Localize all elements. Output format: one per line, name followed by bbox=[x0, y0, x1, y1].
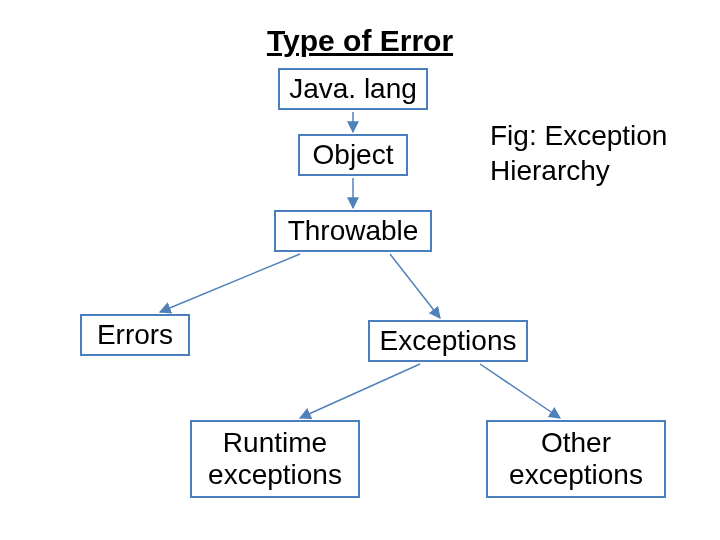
figure-caption: Fig: Exception Hierarchy bbox=[490, 118, 690, 188]
node-exceptions: Exceptions bbox=[368, 320, 528, 362]
node-other-exceptions: Other exceptions bbox=[486, 420, 666, 498]
node-errors: Errors bbox=[80, 314, 190, 356]
svg-line-5 bbox=[480, 364, 560, 418]
node-java-lang: Java. lang bbox=[278, 68, 428, 110]
node-runtime-exceptions: Runtime exceptions bbox=[190, 420, 360, 498]
svg-line-4 bbox=[300, 364, 420, 418]
node-object: Object bbox=[298, 134, 408, 176]
svg-line-2 bbox=[160, 254, 300, 312]
page-title: Type of Error bbox=[0, 24, 720, 58]
node-throwable: Throwable bbox=[274, 210, 432, 252]
svg-line-3 bbox=[390, 254, 440, 318]
